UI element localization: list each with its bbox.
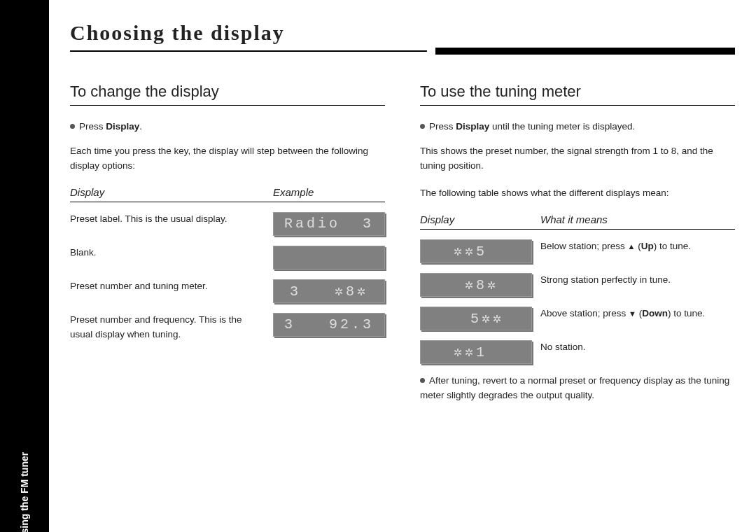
lcd-display: Radio 3: [273, 212, 385, 236]
sidebar-chapter: Using the FM tuner: [19, 452, 30, 532]
table-row: ✲✲5 Below station; press ▲ (Up) to tune.: [420, 239, 735, 263]
table-row: Blank.: [70, 246, 385, 270]
table-row: Preset number and tuning meter. 3 ✲8✲: [70, 279, 385, 303]
button-ref: Up: [641, 241, 654, 251]
display-options-table: Preset label. This is the usual display.…: [70, 212, 385, 342]
table-row: ✲8✲ Strong station perfectly in tune.: [420, 273, 735, 297]
section-heading-tuning-meter: To use the tuning meter: [420, 83, 735, 106]
button-ref: Display: [456, 121, 489, 132]
tuning-meter-table: ✲✲5 Below station; press ▲ (Up) to tune.…: [420, 239, 735, 364]
page-title: Choosing the display: [70, 21, 735, 48]
text: until the tuning meter is displayed.: [489, 121, 635, 132]
row-desc: Preset label. This is the usual display.: [70, 212, 265, 227]
table-row: Preset number and frequency. This is the…: [70, 313, 385, 342]
table-header: Display What it means: [420, 214, 735, 230]
paragraph: The following table shows what the diffe…: [420, 186, 735, 201]
lcd-display: [273, 246, 385, 270]
text: Press: [79, 121, 106, 132]
row-desc: Strong station perfectly in tune.: [540, 273, 735, 288]
lcd-display: 5✲✲: [420, 307, 532, 330]
table-header: Display Example: [70, 186, 385, 202]
text: .: [139, 121, 142, 132]
text: (: [636, 308, 642, 318]
col-header-example: Example: [273, 186, 385, 198]
row-desc: Below station; press ▲ (Up) to tune.: [540, 239, 735, 254]
bullet-icon: [420, 124, 425, 129]
table-row: Preset label. This is the usual display.…: [70, 212, 385, 236]
button-ref: Down: [642, 308, 668, 318]
text: (: [635, 241, 640, 251]
lcd-display: ✲✲1: [420, 340, 532, 364]
text: ) to tune.: [668, 308, 705, 318]
manual-page: 14Using the FM tuner Choosing the displa…: [0, 0, 756, 532]
paragraph: Each time you press the key, the display…: [70, 144, 385, 174]
text: Press: [429, 121, 456, 132]
bullet-icon: [420, 378, 425, 383]
paragraph: This shows the preset number, the signal…: [420, 144, 735, 174]
sidebar: 14Using the FM tuner: [0, 0, 49, 532]
row-desc: Blank.: [70, 246, 265, 260]
title-rule: [70, 48, 735, 55]
row-desc: No station.: [540, 340, 735, 355]
sidebar-label: 14Using the FM tuner: [19, 452, 30, 532]
text: ) to tune.: [654, 241, 691, 251]
instruction-bullet: After tuning, revert to a normal preset …: [420, 374, 735, 403]
lcd-display: ✲✲5: [420, 239, 532, 263]
down-triangle-icon: ▼: [629, 309, 636, 318]
content: Choosing the display To change the displ…: [70, 21, 735, 518]
button-ref: Display: [106, 121, 139, 132]
lcd-display: 3 92.3: [273, 313, 385, 337]
columns: To change the display Press Display. Eac…: [70, 83, 735, 416]
text: Below station; press: [540, 241, 628, 251]
left-column: To change the display Press Display. Eac…: [70, 83, 385, 416]
lcd-display: 3 ✲8✲: [273, 279, 385, 303]
row-desc: Preset number and tuning meter.: [70, 279, 265, 294]
instruction-bullet: Press Display.: [70, 121, 385, 132]
lcd-display: ✲8✲: [420, 273, 532, 297]
col-header-display: Display: [420, 214, 540, 225]
row-desc: Above station; press ▼ (Down) to tune.: [540, 307, 735, 321]
text: Above station; press: [540, 308, 629, 318]
table-row: 5✲✲ Above station; press ▼ (Down) to tun…: [420, 307, 735, 330]
text: After tuning, revert to a normal preset …: [420, 375, 729, 400]
col-header-meaning: What it means: [540, 214, 735, 225]
row-desc: Preset number and frequency. This is the…: [70, 313, 265, 342]
up-triangle-icon: ▲: [628, 242, 636, 251]
section-heading-change-display: To change the display: [70, 83, 385, 106]
col-header-display: Display: [70, 186, 273, 198]
right-column: To use the tuning meter Press Display un…: [420, 83, 735, 416]
bullet-icon: [70, 124, 75, 129]
table-row: ✲✲1 No station.: [420, 340, 735, 364]
instruction-bullet: Press Display until the tuning meter is …: [420, 121, 735, 132]
